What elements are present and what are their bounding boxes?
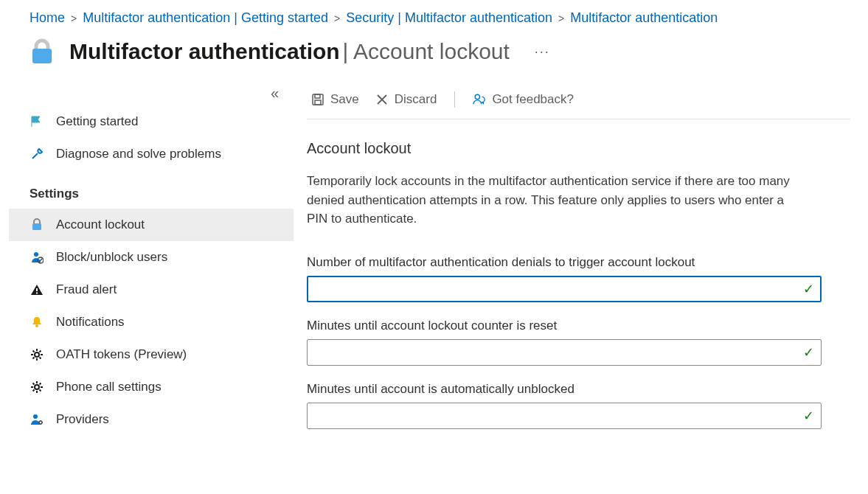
discard-label: Discard	[395, 92, 437, 107]
close-icon	[375, 93, 389, 106]
unblock-minutes-input[interactable]	[307, 403, 822, 429]
svg-point-8	[35, 352, 39, 357]
page-title: Multifactor authentication	[69, 39, 340, 63]
chevron-right-icon: >	[558, 13, 564, 24]
reset-minutes-input[interactable]	[307, 339, 822, 366]
sidebar-item-label: OATH tokens (Preview)	[56, 347, 187, 362]
user-gear-icon	[29, 412, 44, 427]
svg-point-15	[476, 94, 480, 99]
breadcrumb-link-mfa-getting-started[interactable]: Multifactor authentication | Getting sta…	[83, 10, 328, 26]
sidebar-section-settings: Settings	[9, 170, 294, 209]
gear-icon	[29, 347, 44, 362]
flag-icon	[29, 114, 44, 129]
page-header: Multifactor authentication | Account loc…	[0, 32, 868, 85]
sidebar-item-phone-call[interactable]: Phone call settings	[9, 371, 294, 403]
svg-point-11	[39, 421, 42, 424]
save-label: Save	[330, 92, 359, 107]
denials-input[interactable]	[307, 276, 822, 302]
content-heading: Account lockout	[307, 140, 850, 157]
svg-rect-12	[313, 94, 323, 105]
main-content: Save Discard Got feedback? Account locko…	[294, 85, 868, 445]
user-block-icon	[29, 250, 44, 265]
sidebar-item-diagnose[interactable]: Diagnose and solve problems	[9, 138, 294, 170]
svg-rect-0	[32, 49, 52, 63]
svg-point-2	[34, 252, 38, 257]
breadcrumb-link-mfa[interactable]: Multifactor authentication	[570, 10, 718, 26]
bell-icon	[29, 315, 44, 330]
lock-icon	[27, 36, 58, 67]
sidebar-item-account-lockout[interactable]: Account lockout	[9, 209, 294, 241]
field-denials: Number of multifactor authentication den…	[307, 255, 822, 302]
sidebar-item-label: Diagnose and solve problems	[56, 147, 221, 161]
feedback-button[interactable]: Got feedback?	[468, 89, 578, 110]
save-button[interactable]: Save	[307, 89, 364, 110]
sidebar-item-label: Notifications	[56, 315, 125, 330]
alert-icon	[29, 282, 44, 297]
svg-point-7	[35, 324, 38, 327]
chevron-right-icon: >	[334, 13, 340, 24]
sidebar-item-label: Providers	[56, 412, 109, 427]
svg-point-10	[33, 414, 38, 419]
field-unblock-minutes: Minutes until account is automatically u…	[307, 382, 822, 429]
toolbar-separator	[454, 91, 455, 108]
chevron-right-icon: >	[71, 13, 77, 24]
svg-rect-13	[315, 94, 320, 98]
sidebar-item-label: Fraud alert	[56, 282, 117, 297]
sidebar: « Getting started Diagnose and solve pro…	[0, 85, 294, 445]
feedback-icon	[473, 93, 486, 106]
collapse-icon[interactable]: «	[271, 85, 279, 102]
sidebar-item-label: Phone call settings	[56, 380, 162, 394]
sidebar-item-label: Account lockout	[56, 218, 145, 232]
breadcrumb: Home > Multifactor authentication | Gett…	[0, 0, 868, 32]
sidebar-item-getting-started[interactable]: Getting started	[9, 105, 294, 138]
field-label: Minutes until account lockout counter is…	[307, 319, 822, 333]
breadcrumb-link-home[interactable]: Home	[29, 10, 65, 26]
field-reset-minutes: Minutes until account lockout counter is…	[307, 319, 822, 366]
svg-rect-5	[36, 288, 38, 291]
toolbar: Save Discard Got feedback?	[307, 85, 850, 119]
svg-point-9	[35, 385, 39, 389]
sidebar-item-providers[interactable]: Providers	[9, 403, 294, 436]
more-icon[interactable]: ···	[535, 44, 550, 60]
save-icon	[311, 93, 324, 106]
svg-rect-14	[315, 100, 321, 105]
sidebar-item-label: Block/unblock users	[56, 250, 167, 265]
gear-icon	[29, 380, 44, 394]
field-label: Number of multifactor authentication den…	[307, 255, 822, 270]
sidebar-item-oath-tokens[interactable]: OATH tokens (Preview)	[9, 338, 294, 371]
sidebar-item-block-unblock[interactable]: Block/unblock users	[9, 241, 294, 274]
lock-icon	[29, 218, 44, 232]
discard-button[interactable]: Discard	[371, 89, 442, 110]
sidebar-item-notifications[interactable]: Notifications	[9, 306, 294, 338]
svg-rect-1	[32, 223, 41, 230]
svg-rect-6	[36, 293, 38, 294]
feedback-label: Got feedback?	[492, 92, 574, 107]
breadcrumb-link-security-mfa[interactable]: Security | Multifactor authentication	[346, 10, 552, 26]
field-label: Minutes until account is automatically u…	[307, 382, 822, 397]
sidebar-item-fraud-alert[interactable]: Fraud alert	[9, 274, 294, 306]
tools-icon	[29, 147, 44, 161]
content-description: Temporarily lock accounts in the multifa…	[307, 172, 808, 229]
page-subtitle: | Account lockout	[343, 39, 510, 63]
sidebar-item-label: Getting started	[56, 114, 139, 129]
